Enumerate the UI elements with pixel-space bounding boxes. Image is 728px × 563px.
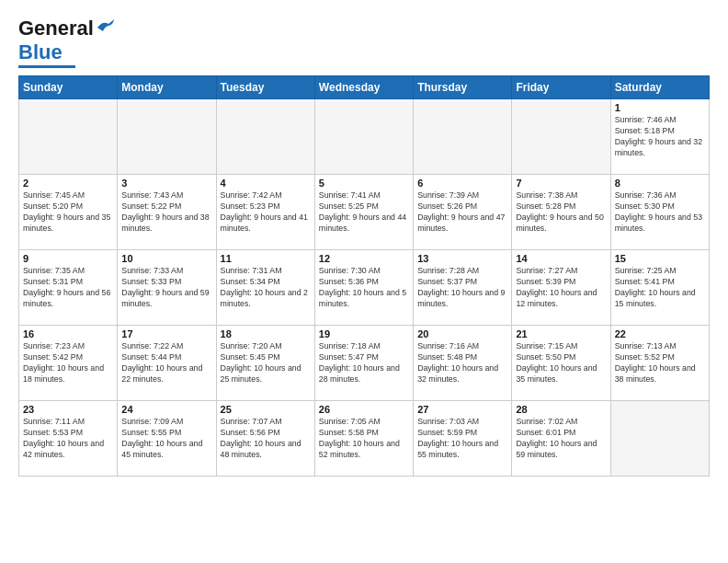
- day-info: Sunrise: 7:23 AM Sunset: 5:42 PM Dayligh…: [23, 341, 113, 385]
- day-number: 2: [23, 178, 113, 189]
- calendar-week-row: 2Sunrise: 7:45 AM Sunset: 5:20 PM Daylig…: [19, 175, 710, 250]
- day-info: Sunrise: 7:02 AM Sunset: 6:01 PM Dayligh…: [516, 417, 606, 461]
- day-number: 5: [319, 178, 409, 189]
- day-of-week-header: Sunday: [19, 76, 118, 99]
- day-number: 15: [615, 253, 705, 264]
- calendar-cell: 4Sunrise: 7:42 AM Sunset: 5:23 PM Daylig…: [216, 175, 314, 250]
- day-of-week-header: Wednesday: [314, 76, 413, 99]
- calendar-cell: 12Sunrise: 7:30 AM Sunset: 5:36 PM Dayli…: [314, 250, 413, 326]
- calendar-week-row: 16Sunrise: 7:23 AM Sunset: 5:42 PM Dayli…: [19, 326, 710, 401]
- calendar-cell: 19Sunrise: 7:18 AM Sunset: 5:47 PM Dayli…: [314, 326, 413, 401]
- day-info: Sunrise: 7:07 AM Sunset: 5:56 PM Dayligh…: [221, 417, 311, 461]
- day-info: Sunrise: 7:13 AM Sunset: 5:52 PM Dayligh…: [615, 341, 705, 385]
- logo: General Blue: [18, 17, 116, 68]
- day-number: 10: [121, 253, 211, 264]
- day-number: 13: [417, 253, 507, 264]
- calendar-cell: [216, 99, 314, 175]
- day-info: Sunrise: 7:42 AM Sunset: 5:23 PM Dayligh…: [221, 190, 311, 235]
- day-info: Sunrise: 7:05 AM Sunset: 5:58 PM Dayligh…: [319, 417, 409, 461]
- day-number: 25: [221, 404, 311, 415]
- calendar-cell: 18Sunrise: 7:20 AM Sunset: 5:45 PM Dayli…: [216, 326, 314, 401]
- day-number: 4: [221, 178, 311, 189]
- calendar-cell: 5Sunrise: 7:41 AM Sunset: 5:25 PM Daylig…: [314, 175, 413, 250]
- calendar-cell: 25Sunrise: 7:07 AM Sunset: 5:56 PM Dayli…: [216, 401, 314, 477]
- calendar-cell: [414, 99, 512, 175]
- day-info: Sunrise: 7:20 AM Sunset: 5:45 PM Dayligh…: [221, 341, 311, 385]
- day-of-week-header: Tuesday: [216, 76, 314, 99]
- calendar-cell: 17Sunrise: 7:22 AM Sunset: 5:44 PM Dayli…: [118, 326, 216, 401]
- day-number: 6: [417, 178, 507, 189]
- day-number: 16: [23, 328, 113, 339]
- calendar-cell: 26Sunrise: 7:05 AM Sunset: 5:58 PM Dayli…: [314, 401, 413, 477]
- calendar-cell: 1Sunrise: 7:46 AM Sunset: 5:18 PM Daylig…: [610, 99, 709, 175]
- calendar-cell: 20Sunrise: 7:16 AM Sunset: 5:48 PM Dayli…: [414, 326, 512, 401]
- day-info: Sunrise: 7:30 AM Sunset: 5:36 PM Dayligh…: [319, 266, 409, 310]
- day-number: 7: [516, 178, 606, 189]
- day-info: Sunrise: 7:25 AM Sunset: 5:41 PM Dayligh…: [615, 266, 705, 310]
- day-info: Sunrise: 7:39 AM Sunset: 5:26 PM Dayligh…: [417, 190, 507, 235]
- day-info: Sunrise: 7:27 AM Sunset: 5:39 PM Dayligh…: [516, 266, 606, 310]
- calendar-cell: 9Sunrise: 7:35 AM Sunset: 5:31 PM Daylig…: [19, 250, 118, 326]
- calendar-cell: 7Sunrise: 7:38 AM Sunset: 5:28 PM Daylig…: [512, 175, 610, 250]
- calendar-cell: 15Sunrise: 7:25 AM Sunset: 5:41 PM Dayli…: [610, 250, 709, 326]
- logo-general: General: [18, 17, 94, 40]
- calendar-cell: 27Sunrise: 7:03 AM Sunset: 5:59 PM Dayli…: [414, 401, 512, 477]
- calendar-header-row: SundayMondayTuesdayWednesdayThursdayFrid…: [19, 76, 710, 99]
- calendar-cell: [118, 99, 216, 175]
- day-of-week-header: Saturday: [610, 76, 709, 99]
- calendar-cell: 23Sunrise: 7:11 AM Sunset: 5:53 PM Dayli…: [19, 401, 118, 477]
- day-number: 1: [615, 102, 705, 113]
- day-info: Sunrise: 7:22 AM Sunset: 5:44 PM Dayligh…: [121, 341, 211, 385]
- logo-bird-icon: [96, 18, 116, 35]
- day-info: Sunrise: 7:03 AM Sunset: 5:59 PM Dayligh…: [417, 417, 507, 461]
- day-number: 14: [516, 253, 606, 264]
- day-info: Sunrise: 7:15 AM Sunset: 5:50 PM Dayligh…: [516, 341, 606, 385]
- day-number: 3: [121, 178, 211, 189]
- day-info: Sunrise: 7:31 AM Sunset: 5:34 PM Dayligh…: [221, 266, 311, 310]
- day-number: 18: [221, 328, 311, 339]
- day-info: Sunrise: 7:16 AM Sunset: 5:48 PM Dayligh…: [417, 341, 507, 385]
- day-number: 23: [23, 404, 113, 415]
- calendar-cell: 10Sunrise: 7:33 AM Sunset: 5:33 PM Dayli…: [118, 250, 216, 326]
- day-info: Sunrise: 7:43 AM Sunset: 5:22 PM Dayligh…: [121, 190, 211, 235]
- calendar-cell: 28Sunrise: 7:02 AM Sunset: 6:01 PM Dayli…: [512, 401, 610, 477]
- calendar-cell: [19, 99, 118, 175]
- day-of-week-header: Thursday: [414, 76, 512, 99]
- day-info: Sunrise: 7:36 AM Sunset: 5:30 PM Dayligh…: [615, 190, 705, 235]
- calendar-cell: 2Sunrise: 7:45 AM Sunset: 5:20 PM Daylig…: [19, 175, 118, 250]
- logo-underline: [18, 65, 75, 68]
- day-number: 22: [615, 328, 705, 339]
- day-info: Sunrise: 7:41 AM Sunset: 5:25 PM Dayligh…: [319, 190, 409, 235]
- day-info: Sunrise: 7:38 AM Sunset: 5:28 PM Dayligh…: [516, 190, 606, 235]
- page: General Blue SundayMondayTuesdayWednesda…: [0, 0, 728, 563]
- day-number: 21: [516, 328, 606, 339]
- calendar: SundayMondayTuesdayWednesdayThursdayFrid…: [18, 75, 710, 477]
- calendar-week-row: 9Sunrise: 7:35 AM Sunset: 5:31 PM Daylig…: [19, 250, 710, 326]
- day-of-week-header: Monday: [118, 76, 216, 99]
- header: General Blue: [18, 17, 710, 68]
- day-number: 9: [23, 253, 113, 264]
- calendar-week-row: 23Sunrise: 7:11 AM Sunset: 5:53 PM Dayli…: [19, 401, 710, 477]
- day-info: Sunrise: 7:45 AM Sunset: 5:20 PM Dayligh…: [23, 190, 113, 235]
- calendar-cell: [512, 99, 610, 175]
- day-number: 11: [221, 253, 311, 264]
- day-number: 27: [417, 404, 507, 415]
- calendar-cell: 11Sunrise: 7:31 AM Sunset: 5:34 PM Dayli…: [216, 250, 314, 326]
- day-info: Sunrise: 7:46 AM Sunset: 5:18 PM Dayligh…: [615, 115, 705, 159]
- day-info: Sunrise: 7:18 AM Sunset: 5:47 PM Dayligh…: [319, 341, 409, 385]
- calendar-cell: 16Sunrise: 7:23 AM Sunset: 5:42 PM Dayli…: [19, 326, 118, 401]
- logo-blue: Blue: [18, 40, 63, 64]
- day-number: 24: [121, 404, 211, 415]
- calendar-cell: 14Sunrise: 7:27 AM Sunset: 5:39 PM Dayli…: [512, 250, 610, 326]
- day-number: 8: [615, 178, 705, 189]
- calendar-cell: 24Sunrise: 7:09 AM Sunset: 5:55 PM Dayli…: [118, 401, 216, 477]
- calendar-cell: 13Sunrise: 7:28 AM Sunset: 5:37 PM Dayli…: [414, 250, 512, 326]
- day-number: 19: [319, 328, 409, 339]
- day-number: 12: [319, 253, 409, 264]
- calendar-cell: [610, 401, 709, 477]
- day-number: 17: [121, 328, 211, 339]
- calendar-cell: 21Sunrise: 7:15 AM Sunset: 5:50 PM Dayli…: [512, 326, 610, 401]
- day-of-week-header: Friday: [512, 76, 610, 99]
- day-info: Sunrise: 7:35 AM Sunset: 5:31 PM Dayligh…: [23, 266, 113, 310]
- calendar-cell: [314, 99, 413, 175]
